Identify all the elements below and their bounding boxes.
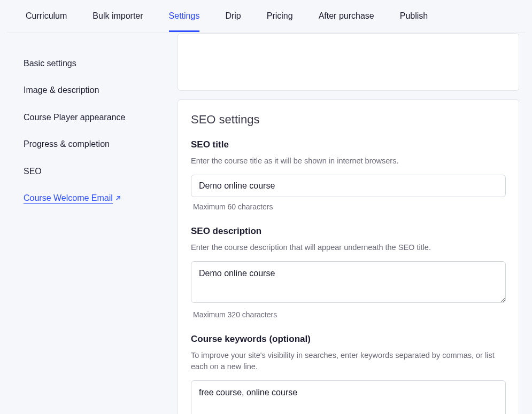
seo-title-label: SEO title: [191, 139, 506, 150]
seo-title-input[interactable]: [191, 175, 506, 197]
sidebar-item-basic-settings[interactable]: Basic settings: [24, 50, 158, 77]
tab-curriculum[interactable]: Curriculum: [26, 1, 67, 32]
external-link-icon: [115, 196, 121, 201]
seo-description-group: SEO description Enter the course descrip…: [191, 226, 506, 319]
previous-card-placeholder: [178, 33, 519, 91]
course-keywords-label: Course keywords (optional): [191, 334, 506, 345]
course-keywords-textarea[interactable]: [191, 380, 506, 414]
tab-settings[interactable]: Settings: [169, 1, 200, 32]
tab-bulk-importer[interactable]: Bulk importer: [92, 1, 143, 32]
sidebar-item-image-description[interactable]: Image & description: [24, 77, 158, 104]
settings-sidebar: Basic settings Image & description Cours…: [0, 33, 178, 414]
seo-title-help: Enter the course title as it will be sho…: [191, 155, 506, 167]
sidebar-link-label: Course Welcome Email: [24, 192, 113, 204]
tab-publish[interactable]: Publish: [400, 1, 428, 32]
seo-settings-card: SEO settings SEO title Enter the course …: [178, 99, 519, 414]
course-keywords-help: To improve your site's visibility in sea…: [191, 350, 506, 373]
top-tabs: Curriculum Bulk importer Settings Drip P…: [6, 0, 526, 33]
seo-description-label: SEO description: [191, 226, 506, 237]
sidebar-item-seo[interactable]: SEO: [24, 158, 158, 185]
main-content: SEO settings SEO title Enter the course …: [178, 33, 532, 414]
seo-title-group: SEO title Enter the course title as it w…: [191, 139, 506, 211]
sidebar-item-course-player-appearance[interactable]: Course Player appearance: [24, 104, 158, 131]
course-keywords-group: Course keywords (optional) To improve yo…: [191, 334, 506, 415]
tab-after-purchase[interactable]: After purchase: [319, 1, 374, 32]
tab-drip[interactable]: Drip: [225, 1, 241, 32]
seo-description-help: Enter the course description that will a…: [191, 242, 506, 254]
seo-title-hint: Maximum 60 characters: [191, 202, 506, 211]
tab-pricing[interactable]: Pricing: [267, 1, 293, 32]
seo-description-textarea[interactable]: [191, 261, 506, 303]
sidebar-item-progress-completion[interactable]: Progress & completion: [24, 131, 158, 158]
sidebar-item-course-welcome-email[interactable]: Course Welcome Email: [24, 185, 158, 212]
seo-description-hint: Maximum 320 characters: [191, 310, 506, 319]
seo-section-title: SEO settings: [191, 113, 506, 127]
